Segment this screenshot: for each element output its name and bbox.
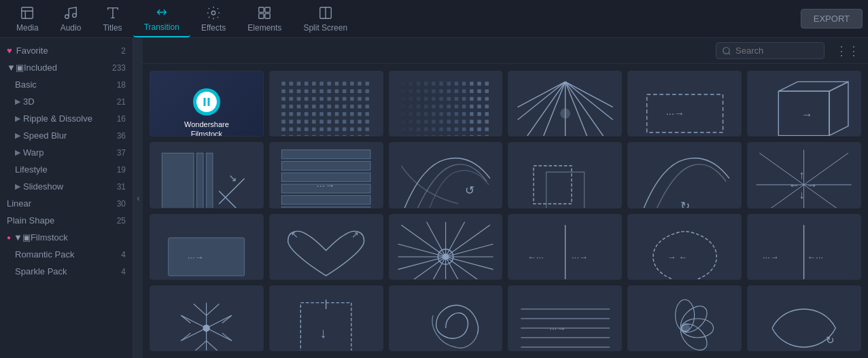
transition-card-col-merge[interactable]: ···→ ←··· Col Merge (747, 214, 861, 280)
svg-rect-289 (634, 219, 735, 280)
svg-rect-123 (424, 90, 428, 94)
chevron-down-icon: ▼ (7, 62, 16, 73)
svg-rect-154 (477, 105, 481, 109)
search-input[interactable] (735, 46, 817, 56)
transition-card-flash[interactable]: Flash (508, 71, 622, 137)
transition-card-warp-zoom3[interactable]: ↑ ↓ ← → Warp Zoom 3 (747, 142, 861, 208)
transition-card-spiral[interactable] (389, 285, 503, 351)
svg-rect-67 (343, 112, 347, 116)
sidebar-item-slideshow[interactable]: ▶ Slideshow 31 (0, 178, 133, 195)
svg-rect-33 (358, 90, 362, 94)
svg-rect-189 (470, 128, 474, 132)
transition-card-more-effects[interactable]: WondershareFilmstock More Effects (150, 71, 264, 137)
transition-card-col-split[interactable]: ←··· ···→ Col Split (508, 214, 622, 280)
nav-titles[interactable]: Titles (92, 1, 133, 37)
transition-card-morph[interactable]: Morph (508, 142, 622, 208)
svg-rect-259 (169, 238, 245, 276)
transition-card-blind1[interactable]: ···→ Blind 1 (269, 142, 383, 208)
transition-card-fade[interactable]: Fade (389, 71, 503, 137)
chevron-right-icon: ▶ (15, 114, 20, 123)
transition-card-snow[interactable] (150, 285, 264, 351)
svg-rect-70 (366, 112, 370, 116)
transition-card-evaporate2[interactable]: → ← Evaporate 2 (627, 214, 742, 280)
svg-rect-96 (290, 135, 294, 137)
svg-rect-26 (305, 90, 309, 94)
sidebar-item-linear[interactable]: Linear 30 (0, 195, 133, 212)
svg-rect-116 (462, 82, 466, 86)
sidebar-item-basic[interactable]: Basic 18 (0, 76, 133, 93)
svg-rect-131 (485, 90, 489, 94)
nav-split-screen[interactable]: Split Screen (292, 1, 358, 37)
transition-card-warp-zoom6[interactable]: Warp Zoom 6 (389, 214, 503, 280)
svg-rect-142 (477, 97, 481, 101)
transition-card-bar[interactable]: ↘ Bar (150, 142, 264, 208)
sidebar-item-3d[interactable]: ▶ 3D 21 (0, 93, 133, 110)
svg-rect-93 (358, 128, 362, 132)
svg-text:···→: ···→ (572, 251, 588, 262)
svg-rect-28 (319, 90, 324, 94)
svg-rect-137 (439, 97, 443, 101)
col-merge-thumb: ···→ ←··· (753, 219, 854, 280)
nav-audio[interactable]: Audio (50, 1, 92, 37)
grid-view-icon[interactable]: ⋮⋮ (835, 43, 860, 58)
transition-card-cube[interactable]: → Cube (747, 71, 861, 137)
nav-media[interactable]: Media (5, 1, 50, 37)
svg-rect-182 (417, 128, 421, 132)
transition-card-curve-arrow[interactable]: ↻ (747, 285, 861, 351)
sidebar-item-plain-shape[interactable]: Plain Shape 25 (0, 212, 133, 229)
svg-rect-36 (290, 97, 294, 101)
svg-rect-13 (297, 82, 301, 86)
svg-text:↻: ↻ (827, 334, 835, 346)
svg-rect-146 (417, 105, 421, 109)
svg-rect-86 (305, 128, 309, 132)
svg-rect-18 (335, 82, 339, 86)
svg-rect-117 (470, 82, 474, 86)
sidebar-item-lifestyle[interactable]: Lifestyle 19 (0, 161, 133, 178)
svg-rect-201 (470, 135, 474, 137)
svg-rect-130 (477, 90, 481, 94)
search-box[interactable] (716, 42, 824, 59)
dissolve-thumb (275, 75, 377, 137)
svg-rect-23 (281, 90, 285, 94)
lines-arrow-thumb: ···→ (515, 290, 616, 351)
nav-transition[interactable]: Transition (133, 1, 190, 37)
sidebar-item-sparkle-pack[interactable]: Sparkle Pack 4 (0, 263, 133, 280)
svg-rect-139 (455, 97, 459, 101)
content-toolbar: ⋮⋮ (143, 38, 868, 64)
svg-rect-215 (634, 75, 735, 137)
svg-rect-152 (462, 105, 466, 109)
sidebar-item-favorite[interactable]: ♥ Favorite 2 (0, 42, 133, 59)
transition-card-heart[interactable]: ↖ ↗ ↙ ↘ Heart (269, 214, 383, 280)
export-button[interactable]: EXPORT (801, 9, 863, 29)
svg-rect-191 (485, 128, 489, 132)
collapse-handle[interactable]: ‹ (133, 38, 143, 358)
transition-card-erase[interactable]: ···→ Erase (627, 71, 742, 137)
transition-card-lines-arrow[interactable]: ···→ (508, 285, 622, 351)
sidebar-item-romantic-pack[interactable]: Romantic Pack 4 (0, 246, 133, 263)
nav-effects[interactable]: Effects (190, 1, 237, 37)
svg-rect-61 (297, 112, 301, 116)
svg-rect-111 (424, 82, 428, 86)
sidebar-item-included[interactable]: ▼ ▣ Included 233 (0, 59, 133, 76)
sidebar-item-ripple[interactable]: ▶ Ripple & Dissolve 16 (0, 110, 133, 127)
svg-rect-44 (350, 97, 354, 101)
svg-rect-225 (197, 154, 203, 209)
transition-card-down-arrow[interactable]: ↓ (269, 285, 383, 351)
sidebar-item-filmstock[interactable]: ● ▼ ▣ Filmstock (0, 229, 133, 246)
transition-card-flower[interactable] (627, 285, 742, 351)
svg-rect-165 (470, 112, 474, 116)
svg-rect-119 (485, 82, 489, 86)
svg-point-214 (560, 109, 570, 119)
transition-card-dissolve[interactable]: Dissolve (269, 71, 383, 137)
svg-rect-62 (305, 112, 309, 116)
nav-elements[interactable]: Elements (237, 1, 292, 37)
snow-thumb (156, 290, 257, 351)
transition-card-erase-slide[interactable]: ···→ Erase Slide (150, 214, 264, 280)
sidebar-item-warp[interactable]: ▶ Warp 37 (0, 144, 133, 161)
evaporate2-thumb: → ← (634, 219, 735, 280)
svg-text:↘: ↘ (229, 173, 238, 184)
svg-rect-41 (328, 97, 332, 101)
sidebar-item-speed-blur[interactable]: ▶ Speed Blur 36 (0, 127, 133, 144)
transition-card-box-turn2[interactable]: ↻ Box Turn 2 (627, 142, 742, 208)
transition-card-box-turn1[interactable]: ↺ Box Turn 1 (389, 142, 503, 208)
